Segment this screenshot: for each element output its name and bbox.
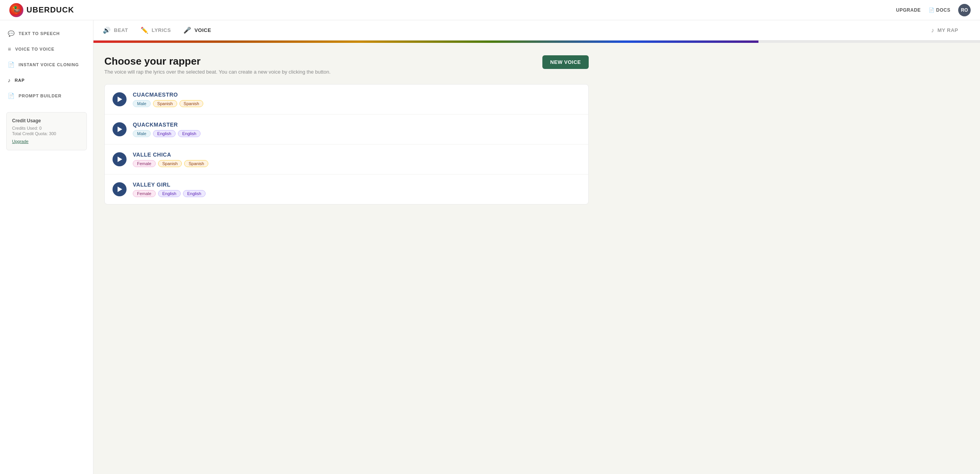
step-voice[interactable]: 🎤 VOICE [183,26,223,34]
chat-icon: 💬 [8,30,15,37]
voice-name-valley-girl: VALLEY GIRL [133,181,581,188]
prompt-icon: 📄 [8,93,15,99]
tag-male: Male [133,100,151,107]
voice-row-valle-chica: VALLE CHICA Female Spanish Spanish [105,144,588,174]
voice-list: CUACMAESTRO Male Spanish Spanish QUACKMA… [104,84,589,204]
play-button-valley-girl[interactable] [113,182,127,196]
sidebar-item-voice-to-voice[interactable]: ≡ VOICE TO VOICE [0,42,93,56]
tag-english-2: English [178,130,201,137]
tag-english-1: English [153,130,176,137]
tag-spanish-1: Spanish [153,100,177,107]
avatar[interactable]: RO [958,4,971,16]
menu-icon: ≡ [8,46,11,52]
voice-icon: 🎤 [183,26,192,34]
voice-info-valley-girl: VALLEY GIRL Female English English [133,181,581,197]
sidebar-item-instant-voice-cloning[interactable]: 📄 INSTANT VOICE CLONING [0,58,93,72]
tag-spanish-2: Spanish [179,100,204,107]
steps-bar: 🔊 BEAT ✏️ LYRICS 🎤 VOICE ♪ MY RAP [93,20,980,41]
voice-tags-valle-chica: Female Spanish Spanish [133,160,581,167]
docs-icon: 📄 [929,7,935,13]
content-area: Choose your rapper The voice will rap th… [93,43,600,217]
voice-info-quackmaster: QUACKMASTER Male English English [133,122,581,137]
step-lyrics[interactable]: ✏️ LYRICS [141,26,183,34]
voice-tags-quackmaster: Male English English [133,130,581,137]
voice-info-cuacmaestro: CUACMAESTRO Male Spanish Spanish [133,92,581,107]
logo-icon: 🦆 [9,3,23,17]
voice-name-cuacmaestro: CUACMAESTRO [133,92,581,98]
lyrics-icon: ✏️ [141,26,149,34]
section-subtitle: The voice will rap the lyrics over the s… [104,69,331,75]
progress-bar [93,41,980,43]
sidebar-item-text-to-speech[interactable]: 💬 TEXT TO SPEECH [0,26,93,41]
voice-row-quackmaster: QUACKMASTER Male English English [105,115,588,144]
main-content: 🔊 BEAT ✏️ LYRICS 🎤 VOICE ♪ MY RAP [93,20,980,474]
tag-spanish-2: Spanish [184,160,208,167]
tag-english-1: English [158,190,181,197]
topnav: 🦆 UBERDUCK UPGRADE 📄 DOCS RO [0,0,980,20]
total-quota: Total Credit Quota: 300 [12,131,81,136]
voice-tags-valley-girl: Female English English [133,190,581,197]
play-button-cuacmaestro[interactable] [113,92,127,106]
credit-upgrade-link[interactable]: Upgrade [12,139,28,144]
document-icon: 📄 [8,62,15,68]
section-header: Choose your rapper The voice will rap th… [104,55,589,75]
progress-fill [93,41,758,43]
voice-name-valle-chica: VALLE CHICA [133,152,581,158]
voice-row-cuacmaestro: CUACMAESTRO Male Spanish Spanish [105,85,588,115]
play-button-quackmaster[interactable] [113,122,127,136]
tag-male: Male [133,130,151,137]
beat-icon: 🔊 [103,26,111,34]
tag-spanish-1: Spanish [158,160,182,167]
voice-name-quackmaster: QUACKMASTER [133,122,581,128]
upgrade-link[interactable]: UPGRADE [896,7,921,13]
new-voice-button[interactable]: NEW VOICE [542,55,589,69]
logo-area: 🦆 UBERDUCK [9,3,74,17]
sidebar-item-prompt-builder[interactable]: 📄 PROMPT BUILDER [0,89,93,103]
sidebar-item-rap[interactable]: ♪ RAP [0,73,93,87]
tag-female: Female [133,160,156,167]
step-my-rap[interactable]: ♪ MY RAP [931,27,971,34]
voice-tags-cuacmaestro: Male Spanish Spanish [133,100,581,107]
sidebar: 💬 TEXT TO SPEECH ≡ VOICE TO VOICE 📄 INST… [0,20,93,474]
voice-info-valle-chica: VALLE CHICA Female Spanish Spanish [133,152,581,167]
section-header-text: Choose your rapper The voice will rap th… [104,55,331,75]
tag-female: Female [133,190,156,197]
topnav-right: UPGRADE 📄 DOCS RO [896,4,971,16]
credits-used: Credits Used: 0 [12,126,81,130]
my-rap-icon: ♪ [931,27,934,34]
credit-usage-box: Credit Usage Credits Used: 0 Total Credi… [6,112,87,150]
voice-row-valley-girl: VALLEY GIRL Female English English [105,174,588,204]
music-icon: ♪ [8,77,11,83]
credit-usage-title: Credit Usage [12,118,81,123]
docs-link[interactable]: 📄 DOCS [929,7,950,13]
tag-english-2: English [183,190,206,197]
section-title: Choose your rapper [104,55,331,67]
logo-text: UBERDUCK [26,5,74,14]
layout: 💬 TEXT TO SPEECH ≡ VOICE TO VOICE 📄 INST… [0,20,980,474]
step-beat[interactable]: 🔊 BEAT [103,26,141,34]
play-button-valle-chica[interactable] [113,152,127,166]
